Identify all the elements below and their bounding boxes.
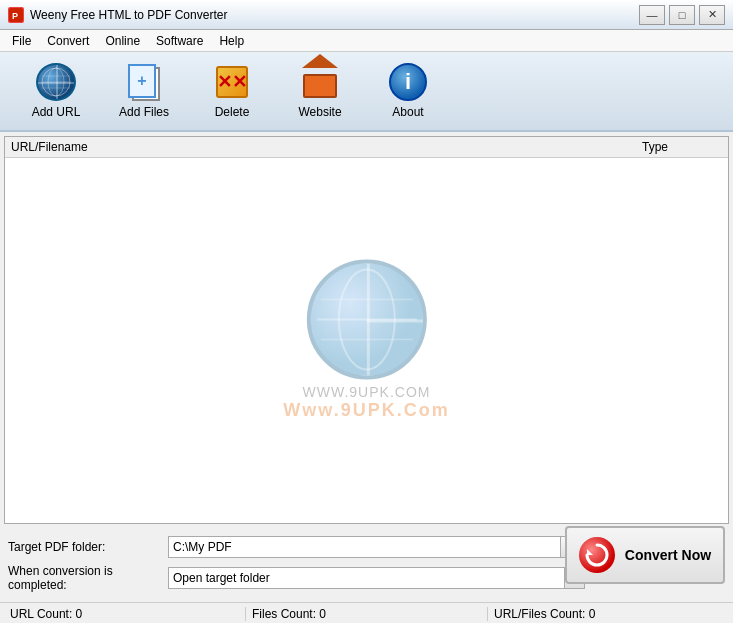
svg-marker-11 [587, 549, 593, 555]
about-button[interactable]: i About [368, 59, 448, 123]
menu-bar: File Convert Online Software Help [0, 30, 733, 52]
completion-select[interactable]: Open target folder Do nothing Open PDF f… [168, 567, 565, 589]
website-button[interactable]: Website [280, 59, 360, 123]
file-list-area: URL/Filename Type WWW.9UPK.COM Www.9UPK.… [4, 136, 729, 524]
app-icon: P [8, 7, 24, 23]
globe-icon [36, 63, 76, 101]
url-count-status: URL Count: 0 [4, 607, 246, 621]
restore-button[interactable]: □ [669, 5, 695, 25]
col-type-header: Type [642, 140, 722, 154]
menu-help[interactable]: Help [211, 32, 252, 50]
watermark: WWW.9UPK.COM Www.9UPK.Com [283, 260, 449, 421]
menu-online[interactable]: Online [97, 32, 148, 50]
completion-dropdown-wrap: Open target folder Do nothing Open PDF f… [168, 567, 585, 589]
website-label: Website [298, 105, 341, 119]
convert-now-button[interactable]: Convert Now [565, 526, 725, 584]
convert-icon [579, 537, 615, 573]
window-controls: — □ ✕ [639, 5, 725, 25]
url-files-count-status: URL/Files Count: 0 [488, 607, 729, 621]
folder-input-wrap: 📁 [168, 536, 585, 558]
minimize-button[interactable]: — [639, 5, 665, 25]
website-icon [301, 63, 339, 101]
menu-software[interactable]: Software [148, 32, 211, 50]
add-files-label: Add Files [119, 105, 169, 119]
menu-file[interactable]: File [4, 32, 39, 50]
status-bar: URL Count: 0 Files Count: 0 URL/Files Co… [0, 602, 733, 623]
svg-point-3 [48, 68, 64, 96]
col-url-header: URL/Filename [11, 140, 642, 154]
convert-now-label: Convert Now [625, 547, 711, 563]
add-url-label: Add URL [32, 105, 81, 119]
watermark-globe-icon [307, 260, 427, 380]
app-title: Weeny Free HTML to PDF Converter [30, 8, 639, 22]
about-label: About [392, 105, 423, 119]
delete-button[interactable]: ✕ Delete [192, 59, 272, 123]
target-folder-input[interactable] [168, 536, 561, 558]
files-count-status: Files Count: 0 [246, 607, 488, 621]
title-bar: P Weeny Free HTML to PDF Converter — □ ✕ [0, 0, 733, 30]
svg-point-7 [339, 270, 395, 370]
watermark-text2: Www.9UPK.Com [283, 400, 449, 421]
completion-label: When conversion is completed: [8, 564, 168, 592]
svg-point-2 [42, 68, 70, 96]
menu-convert[interactable]: Convert [39, 32, 97, 50]
bottom-section: Target PDF folder: 📁 When conversion is … [0, 528, 733, 623]
add-files-button[interactable]: + Add Files [104, 59, 184, 123]
file-list-body[interactable]: WWW.9UPK.COM Www.9UPK.Com [5, 158, 728, 522]
delete-label: Delete [215, 105, 250, 119]
watermark-text1: WWW.9UPK.COM [283, 384, 449, 400]
toolbar: Add URL + Add Files ✕ Delete Website [0, 52, 733, 132]
about-icon: i [389, 63, 427, 101]
delete-icon: ✕ [213, 63, 251, 101]
add-files-icon: + [124, 63, 164, 101]
svg-text:P: P [12, 11, 18, 21]
close-button[interactable]: ✕ [699, 5, 725, 25]
file-list-header: URL/Filename Type [5, 137, 728, 158]
target-folder-label: Target PDF folder: [8, 540, 168, 554]
add-url-button[interactable]: Add URL [16, 59, 96, 123]
